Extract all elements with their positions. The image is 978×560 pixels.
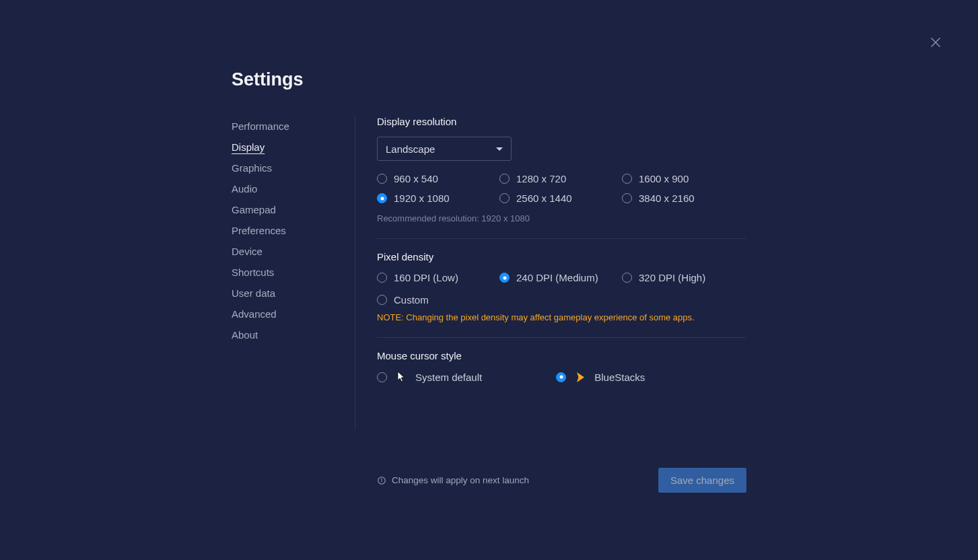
main-panel: Display resolution Landscape 960 x 54012…	[355, 116, 746, 430]
resolution-options: 960 x 5401280 x 7201600 x 9001920 x 1080…	[377, 173, 746, 204]
pixel-density-note: NOTE: Changing the pixel density may aff…	[377, 312, 746, 322]
radio-icon	[622, 193, 632, 203]
cursor-option-label: System default	[415, 372, 482, 383]
radio-label: Custom	[394, 294, 429, 306]
resolution-option[interactable]: 2560 x 1440	[499, 193, 622, 204]
radio-icon	[377, 295, 387, 305]
dpi-option[interactable]: 240 DPI (Medium)	[499, 272, 622, 283]
resolution-option[interactable]: 1920 x 1080	[377, 193, 499, 204]
section-cursor-style: Mouse cursor style System defaultBlueSta…	[377, 350, 746, 398]
resolution-option[interactable]: 3840 x 2160	[622, 193, 744, 204]
cursor-bluestacks-icon	[574, 372, 586, 383]
chevron-down-icon	[496, 147, 503, 151]
sidebar-item-audio[interactable]: Audio	[232, 178, 341, 199]
radio-icon	[622, 273, 632, 283]
radio-label: 960 x 540	[394, 173, 438, 184]
resolution-option[interactable]: 960 x 540	[377, 173, 499, 184]
sidebar-item-performance[interactable]: Performance	[232, 116, 341, 137]
resolution-option[interactable]: 1600 x 900	[622, 173, 744, 184]
save-changes-button[interactable]: Save changes	[658, 468, 746, 493]
radio-label: 2560 x 1440	[516, 193, 572, 204]
radio-label: 1920 x 1080	[394, 193, 450, 204]
cursor-option[interactable]: System default	[377, 371, 482, 383]
radio-icon	[377, 273, 387, 283]
sidebar-item-about[interactable]: About	[232, 324, 341, 345]
orientation-select-value: Landscape	[386, 143, 435, 155]
info-icon	[377, 476, 386, 485]
radio-icon	[622, 174, 632, 184]
radio-icon	[556, 372, 566, 382]
resolution-option[interactable]: 1280 x 720	[499, 173, 622, 184]
radio-label: 3840 x 2160	[639, 193, 695, 204]
dpi-option[interactable]: 160 DPI (Low)	[377, 272, 499, 283]
pixel-density-options: 160 DPI (Low)240 DPI (Medium)320 DPI (Hi…	[377, 272, 746, 306]
radio-icon	[377, 193, 387, 203]
close-button[interactable]	[928, 35, 943, 50]
cursor-arrow-icon	[395, 371, 407, 383]
radio-icon	[499, 273, 510, 283]
radio-label: 1280 x 720	[516, 173, 566, 184]
orientation-select[interactable]: Landscape	[377, 137, 512, 161]
section-pixel-density: Pixel density 160 DPI (Low)240 DPI (Medi…	[377, 251, 746, 338]
sidebar-item-preferences[interactable]: Preferences	[232, 220, 341, 241]
sidebar-item-device[interactable]: Device	[232, 241, 341, 262]
radio-icon	[499, 174, 510, 184]
radio-icon	[377, 372, 387, 382]
sidebar-item-advanced[interactable]: Advanced	[232, 304, 341, 324]
sidebar-item-user-data[interactable]: User data	[232, 283, 341, 304]
page-title: Settings	[232, 69, 746, 90]
cursor-option[interactable]: BlueStacks	[556, 372, 645, 383]
pixel-density-title: Pixel density	[377, 251, 746, 262]
display-resolution-title: Display resolution	[377, 116, 746, 127]
dpi-option[interactable]: 320 DPI (High)	[622, 272, 744, 283]
cursor-option-label: BlueStacks	[594, 372, 645, 383]
radio-label: 160 DPI (Low)	[394, 272, 458, 283]
sidebar-item-display[interactable]: Display	[232, 137, 341, 158]
radio-label: 1600 x 900	[639, 173, 689, 184]
sidebar-item-graphics[interactable]: Graphics	[232, 158, 341, 178]
sidebar-item-gamepad[interactable]: Gamepad	[232, 199, 341, 220]
svg-point-4	[382, 479, 382, 479]
recommended-resolution-text: Recommended resolution: 1920 x 1080	[377, 213, 746, 223]
dpi-option[interactable]: Custom	[377, 294, 499, 306]
footer-info-text: Changes will apply on next launch	[392, 475, 529, 485]
section-display-resolution: Display resolution Landscape 960 x 54012…	[377, 116, 746, 239]
radio-label: 320 DPI (High)	[639, 272, 705, 283]
sidebar-item-shortcuts[interactable]: Shortcuts	[232, 262, 341, 283]
radio-icon	[377, 174, 387, 184]
cursor-style-options: System defaultBlueStacks	[377, 371, 746, 383]
footer-bar: Changes will apply on next launch Save c…	[377, 468, 746, 493]
radio-icon	[499, 193, 510, 203]
cursor-style-title: Mouse cursor style	[377, 350, 746, 361]
sidebar: PerformanceDisplayGraphicsAudioGamepadPr…	[232, 116, 355, 430]
radio-label: 240 DPI (Medium)	[516, 272, 598, 283]
